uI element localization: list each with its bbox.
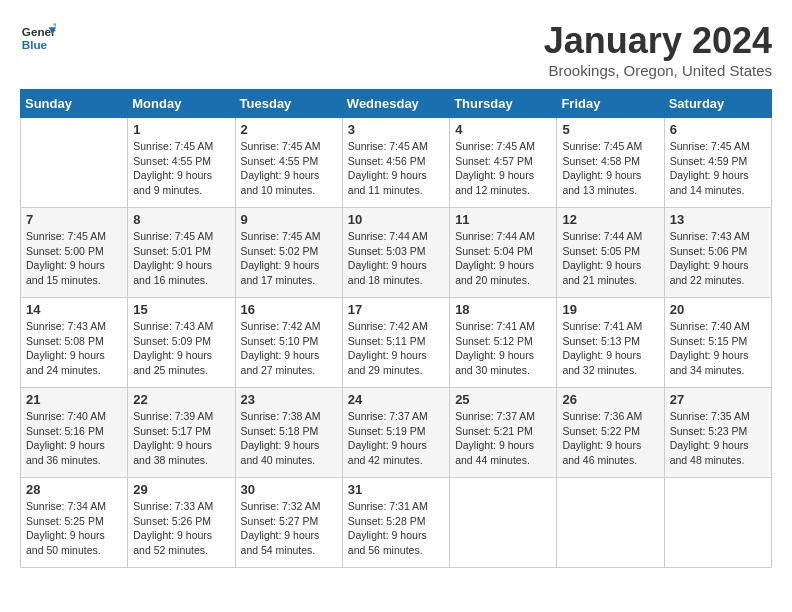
day-number: 10 — [348, 212, 444, 227]
day-info: Sunrise: 7:45 AMSunset: 5:00 PMDaylight:… — [26, 229, 122, 288]
calendar-cell: 1Sunrise: 7:45 AMSunset: 4:55 PMDaylight… — [128, 118, 235, 208]
calendar-cell: 26Sunrise: 7:36 AMSunset: 5:22 PMDayligh… — [557, 388, 664, 478]
day-info: Sunrise: 7:40 AMSunset: 5:15 PMDaylight:… — [670, 319, 766, 378]
day-number: 12 — [562, 212, 658, 227]
calendar-cell: 23Sunrise: 7:38 AMSunset: 5:18 PMDayligh… — [235, 388, 342, 478]
calendar-cell: 29Sunrise: 7:33 AMSunset: 5:26 PMDayligh… — [128, 478, 235, 568]
calendar-cell: 4Sunrise: 7:45 AMSunset: 4:57 PMDaylight… — [450, 118, 557, 208]
day-info: Sunrise: 7:45 AMSunset: 4:59 PMDaylight:… — [670, 139, 766, 198]
day-number: 16 — [241, 302, 337, 317]
location: Brookings, Oregon, United States — [544, 62, 772, 79]
day-number: 15 — [133, 302, 229, 317]
calendar-cell: 31Sunrise: 7:31 AMSunset: 5:28 PMDayligh… — [342, 478, 449, 568]
day-info: Sunrise: 7:44 AMSunset: 5:04 PMDaylight:… — [455, 229, 551, 288]
day-info: Sunrise: 7:36 AMSunset: 5:22 PMDaylight:… — [562, 409, 658, 468]
day-info: Sunrise: 7:42 AMSunset: 5:10 PMDaylight:… — [241, 319, 337, 378]
day-number: 24 — [348, 392, 444, 407]
day-info: Sunrise: 7:35 AMSunset: 5:23 PMDaylight:… — [670, 409, 766, 468]
calendar-cell: 19Sunrise: 7:41 AMSunset: 5:13 PMDayligh… — [557, 298, 664, 388]
day-number: 11 — [455, 212, 551, 227]
day-info: Sunrise: 7:45 AMSunset: 5:02 PMDaylight:… — [241, 229, 337, 288]
calendar-table: SundayMondayTuesdayWednesdayThursdayFrid… — [20, 89, 772, 568]
day-header-thursday: Thursday — [450, 90, 557, 118]
day-number: 28 — [26, 482, 122, 497]
day-number: 26 — [562, 392, 658, 407]
week-row-5: 28Sunrise: 7:34 AMSunset: 5:25 PMDayligh… — [21, 478, 772, 568]
day-info: Sunrise: 7:39 AMSunset: 5:17 PMDaylight:… — [133, 409, 229, 468]
day-header-saturday: Saturday — [664, 90, 771, 118]
calendar-cell: 10Sunrise: 7:44 AMSunset: 5:03 PMDayligh… — [342, 208, 449, 298]
day-number: 17 — [348, 302, 444, 317]
calendar-cell: 30Sunrise: 7:32 AMSunset: 5:27 PMDayligh… — [235, 478, 342, 568]
day-info: Sunrise: 7:41 AMSunset: 5:12 PMDaylight:… — [455, 319, 551, 378]
day-info: Sunrise: 7:37 AMSunset: 5:19 PMDaylight:… — [348, 409, 444, 468]
calendar-cell — [21, 118, 128, 208]
day-info: Sunrise: 7:44 AMSunset: 5:03 PMDaylight:… — [348, 229, 444, 288]
week-row-4: 21Sunrise: 7:40 AMSunset: 5:16 PMDayligh… — [21, 388, 772, 478]
month-title: January 2024 — [544, 20, 772, 62]
calendar-cell: 22Sunrise: 7:39 AMSunset: 5:17 PMDayligh… — [128, 388, 235, 478]
header: General Blue January 2024 Brookings, Ore… — [20, 20, 772, 79]
day-info: Sunrise: 7:32 AMSunset: 5:27 PMDaylight:… — [241, 499, 337, 558]
day-info: Sunrise: 7:45 AMSunset: 4:56 PMDaylight:… — [348, 139, 444, 198]
day-number: 1 — [133, 122, 229, 137]
day-number: 30 — [241, 482, 337, 497]
logo-icon: General Blue — [20, 20, 56, 56]
svg-text:Blue: Blue — [22, 38, 48, 51]
day-info: Sunrise: 7:37 AMSunset: 5:21 PMDaylight:… — [455, 409, 551, 468]
calendar-cell: 17Sunrise: 7:42 AMSunset: 5:11 PMDayligh… — [342, 298, 449, 388]
day-number: 31 — [348, 482, 444, 497]
day-info: Sunrise: 7:43 AMSunset: 5:09 PMDaylight:… — [133, 319, 229, 378]
day-header-wednesday: Wednesday — [342, 90, 449, 118]
day-number: 18 — [455, 302, 551, 317]
day-number: 9 — [241, 212, 337, 227]
svg-text:General: General — [22, 25, 56, 38]
day-header-friday: Friday — [557, 90, 664, 118]
logo: General Blue — [20, 20, 56, 56]
day-number: 25 — [455, 392, 551, 407]
day-info: Sunrise: 7:45 AMSunset: 4:55 PMDaylight:… — [241, 139, 337, 198]
calendar-cell: 11Sunrise: 7:44 AMSunset: 5:04 PMDayligh… — [450, 208, 557, 298]
calendar-cell: 12Sunrise: 7:44 AMSunset: 5:05 PMDayligh… — [557, 208, 664, 298]
calendar-cell: 7Sunrise: 7:45 AMSunset: 5:00 PMDaylight… — [21, 208, 128, 298]
day-info: Sunrise: 7:45 AMSunset: 5:01 PMDaylight:… — [133, 229, 229, 288]
week-row-1: 1Sunrise: 7:45 AMSunset: 4:55 PMDaylight… — [21, 118, 772, 208]
day-number: 13 — [670, 212, 766, 227]
day-header-monday: Monday — [128, 90, 235, 118]
day-info: Sunrise: 7:38 AMSunset: 5:18 PMDaylight:… — [241, 409, 337, 468]
day-number: 19 — [562, 302, 658, 317]
day-number: 6 — [670, 122, 766, 137]
calendar-cell — [557, 478, 664, 568]
day-number: 5 — [562, 122, 658, 137]
calendar-cell: 27Sunrise: 7:35 AMSunset: 5:23 PMDayligh… — [664, 388, 771, 478]
calendar-cell: 20Sunrise: 7:40 AMSunset: 5:15 PMDayligh… — [664, 298, 771, 388]
day-header-sunday: Sunday — [21, 90, 128, 118]
calendar-cell — [450, 478, 557, 568]
calendar-cell: 9Sunrise: 7:45 AMSunset: 5:02 PMDaylight… — [235, 208, 342, 298]
day-info: Sunrise: 7:45 AMSunset: 4:57 PMDaylight:… — [455, 139, 551, 198]
day-info: Sunrise: 7:43 AMSunset: 5:08 PMDaylight:… — [26, 319, 122, 378]
calendar-cell — [664, 478, 771, 568]
day-number: 23 — [241, 392, 337, 407]
calendar-cell: 2Sunrise: 7:45 AMSunset: 4:55 PMDaylight… — [235, 118, 342, 208]
day-info: Sunrise: 7:41 AMSunset: 5:13 PMDaylight:… — [562, 319, 658, 378]
day-number: 3 — [348, 122, 444, 137]
calendar-cell: 24Sunrise: 7:37 AMSunset: 5:19 PMDayligh… — [342, 388, 449, 478]
calendar-cell: 25Sunrise: 7:37 AMSunset: 5:21 PMDayligh… — [450, 388, 557, 478]
title-section: January 2024 Brookings, Oregon, United S… — [544, 20, 772, 79]
day-number: 14 — [26, 302, 122, 317]
calendar-cell: 28Sunrise: 7:34 AMSunset: 5:25 PMDayligh… — [21, 478, 128, 568]
day-number: 21 — [26, 392, 122, 407]
day-number: 29 — [133, 482, 229, 497]
day-number: 22 — [133, 392, 229, 407]
day-number: 4 — [455, 122, 551, 137]
day-number: 27 — [670, 392, 766, 407]
day-number: 2 — [241, 122, 337, 137]
day-info: Sunrise: 7:33 AMSunset: 5:26 PMDaylight:… — [133, 499, 229, 558]
day-info: Sunrise: 7:42 AMSunset: 5:11 PMDaylight:… — [348, 319, 444, 378]
calendar-cell: 13Sunrise: 7:43 AMSunset: 5:06 PMDayligh… — [664, 208, 771, 298]
calendar-cell: 3Sunrise: 7:45 AMSunset: 4:56 PMDaylight… — [342, 118, 449, 208]
week-row-2: 7Sunrise: 7:45 AMSunset: 5:00 PMDaylight… — [21, 208, 772, 298]
calendar-cell: 15Sunrise: 7:43 AMSunset: 5:09 PMDayligh… — [128, 298, 235, 388]
day-info: Sunrise: 7:45 AMSunset: 4:58 PMDaylight:… — [562, 139, 658, 198]
